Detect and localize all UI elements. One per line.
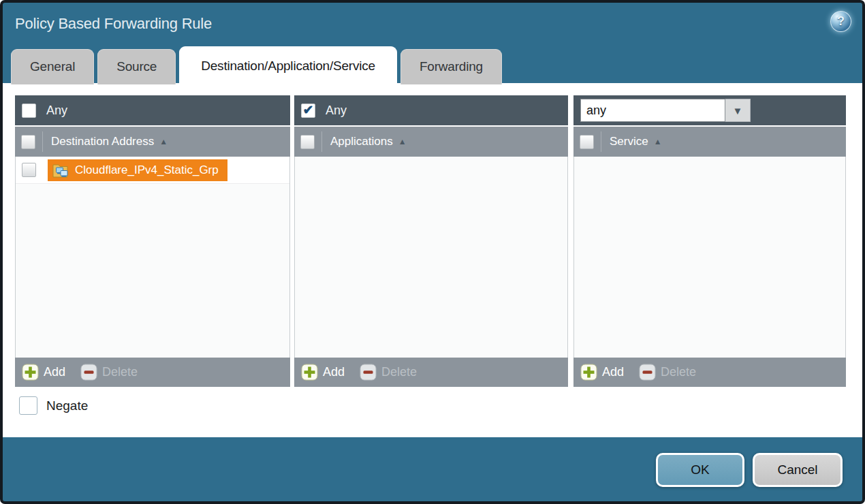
policy-forwarding-dialog: Policy Based Forwarding Rule ? General S… [0, 0, 865, 504]
service-header-label[interactable]: Service [610, 135, 648, 148]
help-glyph: ? [837, 14, 845, 29]
delete-icon [80, 364, 97, 381]
cancel-button[interactable]: Cancel [753, 453, 843, 487]
delete-icon [360, 364, 377, 381]
service-column-header: Service ▲ [573, 127, 846, 157]
address-group-label: Cloudflare_IPv4_Static_Grp [75, 163, 219, 177]
applications-any-label: Any [326, 104, 347, 118]
applications-toolbar: Add Delete [294, 358, 568, 387]
add-icon [22, 364, 39, 381]
applications-panel: ✔ Any Applications ▲ [294, 95, 568, 387]
destination-select-all-checkbox[interactable] [21, 135, 35, 149]
service-dropdown[interactable]: any ▼ [580, 99, 751, 122]
help-icon[interactable]: ? [830, 11, 851, 32]
destination-toolbar: Add Delete [15, 358, 290, 387]
dialog-title: Policy Based Forwarding Rule [15, 15, 212, 33]
applications-column-header: Applications ▲ [294, 127, 568, 157]
service-dropdown-button[interactable]: ▼ [725, 99, 751, 122]
service-panel: any ▼ Service ▲ [573, 95, 846, 387]
header-divider [42, 131, 43, 152]
add-button[interactable]: Add [22, 364, 65, 381]
destination-any-label: Any [46, 104, 67, 118]
applications-list [294, 157, 568, 358]
row-checkbox[interactable] [22, 163, 36, 177]
applications-any-bar: ✔ Any [294, 95, 568, 125]
address-group-item[interactable]: Cloudflare_IPv4_Static_Grp [48, 159, 227, 181]
add-icon [301, 364, 318, 381]
destination-header-label[interactable]: Destination Address [51, 135, 154, 148]
applications-header-label[interactable]: Applications [330, 135, 393, 148]
add-label: Add [602, 365, 624, 379]
delete-button[interactable]: Delete [80, 364, 138, 381]
delete-icon [639, 364, 656, 381]
header-divider [321, 131, 322, 152]
service-select-all-checkbox[interactable] [580, 135, 594, 149]
add-button[interactable]: Add [301, 364, 345, 381]
sort-asc-icon[interactable]: ▲ [398, 137, 407, 146]
negate-row: Negate [19, 396, 88, 415]
service-list [573, 157, 846, 358]
destination-address-panel: Any Destination Address ▲ [15, 95, 290, 387]
sort-asc-icon[interactable]: ▲ [654, 137, 662, 146]
tab-destination-application-service[interactable]: Destination/Application/Service [179, 46, 397, 86]
checkmark-icon: ✔ [303, 104, 314, 116]
add-icon [580, 364, 597, 381]
sort-asc-icon[interactable]: ▲ [159, 137, 168, 146]
delete-label: Delete [661, 365, 696, 379]
destination-address-list: Cloudflare_IPv4_Static_Grp [15, 157, 290, 358]
chevron-down-icon: ▼ [733, 105, 743, 116]
negate-checkbox[interactable] [19, 396, 37, 415]
applications-any-checkbox[interactable]: ✔ [301, 104, 315, 118]
service-any-bar: any ▼ [573, 95, 846, 125]
negate-label: Negate [46, 398, 88, 413]
destination-any-checkbox[interactable] [22, 104, 36, 118]
delete-label: Delete [102, 365, 138, 379]
tab-content: Any Destination Address ▲ [3, 83, 862, 437]
tab-general[interactable]: General [11, 49, 94, 84]
tab-bar: General Source Destination/Application/S… [11, 46, 502, 86]
service-dropdown-value[interactable]: any [580, 99, 725, 122]
table-row: Cloudflare_IPv4_Static_Grp [16, 157, 289, 184]
add-label: Add [323, 365, 345, 379]
dialog-titlebar: Policy Based Forwarding Rule ? [3, 3, 862, 45]
applications-select-all-checkbox[interactable] [300, 135, 315, 149]
delete-button[interactable]: Delete [360, 364, 417, 381]
address-group-icon [52, 163, 69, 178]
delete-button[interactable]: Delete [639, 364, 696, 381]
add-button[interactable]: Add [580, 364, 624, 381]
tab-source[interactable]: Source [97, 49, 176, 84]
destination-any-bar: Any [15, 95, 290, 125]
header-divider [601, 131, 601, 152]
add-label: Add [44, 365, 65, 379]
tab-forwarding[interactable]: Forwarding [400, 49, 502, 84]
destination-column-header: Destination Address ▲ [15, 127, 290, 157]
delete-label: Delete [381, 365, 417, 379]
service-toolbar: Add Delete [573, 358, 846, 387]
ok-button[interactable]: OK [656, 453, 744, 487]
